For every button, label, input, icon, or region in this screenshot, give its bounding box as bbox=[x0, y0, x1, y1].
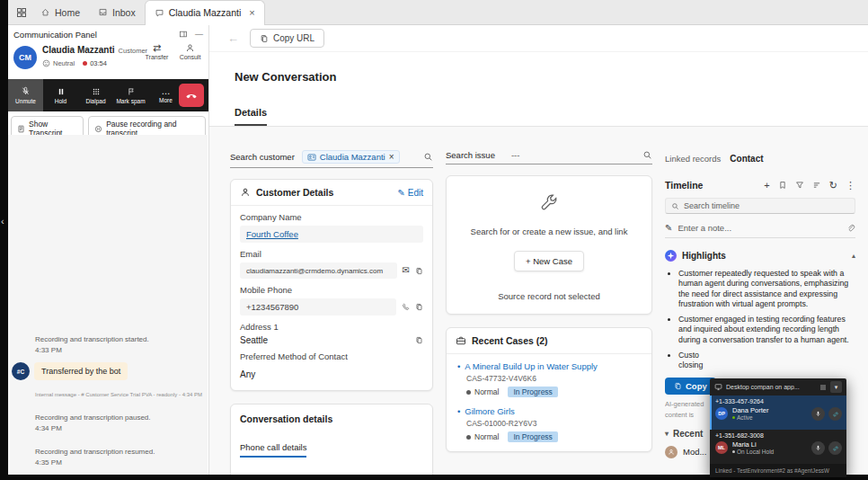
app-icon[interactable] bbox=[16, 7, 27, 18]
close-tab-icon[interactable]: × bbox=[249, 7, 254, 18]
copy-icon bbox=[260, 34, 269, 43]
dialpad-icon bbox=[92, 87, 101, 96]
bullet-icon: • bbox=[457, 406, 460, 416]
attachment-icon[interactable] bbox=[846, 224, 855, 233]
bot-message: #C Transferred by the bot bbox=[12, 362, 128, 380]
note-input[interactable]: ✎ Enter a note... bbox=[665, 223, 855, 238]
new-case-button[interactable]: + New Case bbox=[514, 251, 584, 271]
refresh-icon[interactable]: ↻ bbox=[829, 181, 837, 191]
search-timeline-input[interactable]: Search timeline bbox=[665, 198, 855, 214]
call-timer: 03:54 bbox=[90, 59, 107, 67]
end-call-button[interactable] bbox=[179, 84, 204, 107]
avatar bbox=[665, 446, 678, 458]
companion-call-item[interactable]: +1-333-457-9264 DP Dana Porter Active bbox=[710, 396, 846, 430]
unmute-label: Unmute bbox=[15, 98, 36, 104]
chevron-up-icon[interactable]: ▴ bbox=[852, 252, 855, 260]
call-status: On Local Hold bbox=[737, 449, 774, 455]
tab-details[interactable]: Details bbox=[235, 107, 267, 126]
copilot-icon bbox=[665, 250, 677, 262]
sort-icon[interactable] bbox=[812, 181, 821, 190]
page-title: New Conversation bbox=[235, 70, 868, 84]
edit-label: Edit bbox=[408, 188, 423, 198]
mark-spam-button[interactable]: Mark spam bbox=[113, 79, 148, 111]
case-link[interactable]: • A Mineral Build Up in Water Supply bbox=[457, 361, 641, 371]
copy-email-icon[interactable] bbox=[415, 267, 423, 275]
contact-card-icon bbox=[307, 153, 316, 162]
system-message: Recording and transcription started. 4:3… bbox=[35, 334, 149, 356]
bookmark-icon[interactable] bbox=[778, 181, 787, 190]
email-icon[interactable]: ✉ bbox=[403, 266, 410, 275]
search-issue-value: --- bbox=[511, 150, 520, 160]
link-call-button[interactable] bbox=[828, 441, 842, 455]
companion-call-item[interactable]: +1-351-682-3008 ML Maria Li On Local Hol… bbox=[710, 430, 846, 464]
system-message: Recording and transcription resumed. 4:3… bbox=[35, 447, 155, 468]
linked-records-value[interactable]: Contact bbox=[730, 154, 763, 164]
copy-label: Copy bbox=[686, 381, 707, 391]
remove-chip-icon[interactable]: × bbox=[389, 152, 394, 162]
highlights-header[interactable]: Highlights ▴ bbox=[665, 250, 855, 262]
tab-phone-call-details[interactable]: Phone call details bbox=[240, 442, 306, 458]
priority-dot bbox=[466, 435, 471, 440]
copy-highlights-button[interactable]: Copy bbox=[665, 378, 716, 395]
tab-home[interactable]: Home bbox=[31, 0, 89, 25]
back-icon[interactable]: ← bbox=[227, 31, 239, 45]
phone-icon[interactable] bbox=[402, 303, 410, 311]
customer-details-card: Customer Details ✎ Edit Company Name Fou… bbox=[230, 179, 433, 391]
mic-off-icon bbox=[21, 86, 31, 96]
mobile-phone-value[interactable]: +1234567890 bbox=[240, 298, 396, 316]
search-customer-field[interactable]: Search customer Claudia Mazzanti × bbox=[230, 150, 433, 168]
case-number: CAS-01000-R2Y6V3 bbox=[466, 419, 641, 428]
timeline-entry-label: Mod... bbox=[683, 447, 706, 457]
bullet-icon: • bbox=[457, 361, 460, 371]
copy-url-button[interactable]: Copy URL bbox=[250, 29, 324, 48]
dialpad-button[interactable]: Dialpad bbox=[78, 79, 113, 111]
call-number: +1-351-682-3008 bbox=[715, 432, 841, 439]
case-list-item: • A Mineral Build Up in Water Supply CAS… bbox=[447, 354, 651, 399]
recent-cases-title: Recent Cases (2) bbox=[472, 335, 642, 346]
dialpad-icon[interactable] bbox=[819, 384, 827, 391]
consult-label: Consult bbox=[180, 54, 201, 60]
customer-details-title: Customer Details bbox=[256, 187, 392, 198]
minimize-icon[interactable]: — bbox=[195, 30, 203, 39]
company-name-link[interactable]: Fourth Coffee bbox=[246, 229, 298, 239]
search-issue-label: Search issue bbox=[446, 150, 495, 160]
tab-conversation[interactable]: Claudia Mazzanti × bbox=[145, 0, 265, 25]
mute-call-button[interactable] bbox=[811, 441, 825, 455]
tab-inbox[interactable]: Inbox bbox=[89, 0, 145, 25]
unmute-button[interactable]: Unmute bbox=[8, 79, 43, 111]
search-icon[interactable] bbox=[642, 150, 652, 160]
filter-icon[interactable] bbox=[795, 181, 804, 190]
dock-panel-icon[interactable] bbox=[179, 30, 188, 39]
highlights-list: Customer repeatedly requested to speak w… bbox=[665, 269, 855, 370]
link-call-button[interactable] bbox=[828, 407, 842, 421]
expand-rail-icon[interactable]: ‹ bbox=[1, 216, 4, 227]
consult-button[interactable]: Consult bbox=[173, 43, 207, 60]
transfer-button[interactable]: ⇄ Transfer bbox=[140, 43, 173, 60]
issue-empty-text: Search for or create a new issue, and li… bbox=[457, 227, 641, 236]
flag-icon bbox=[127, 87, 136, 96]
copy-phone-icon[interactable] bbox=[415, 303, 423, 311]
add-record-icon[interactable]: + bbox=[764, 181, 769, 191]
copy-address-icon[interactable] bbox=[415, 336, 423, 344]
customer-chip[interactable]: Claudia Mazzanti × bbox=[302, 150, 400, 164]
desktop-companion-overlay: Desktop compan on app... ▾ +1-333-457-92… bbox=[710, 378, 846, 477]
transcript-area[interactable]: Recording and transcription started. 4:3… bbox=[8, 135, 208, 475]
more-options-icon[interactable]: ⋮ bbox=[846, 181, 855, 191]
call-status: Active bbox=[737, 414, 753, 421]
consult-icon bbox=[185, 43, 195, 53]
pause-icon bbox=[57, 87, 66, 96]
edit-button[interactable]: ✎ Edit bbox=[397, 188, 423, 198]
case-link[interactable]: • Gilmore Girls bbox=[457, 406, 641, 416]
mute-call-button[interactable] bbox=[811, 407, 825, 421]
search-issue-field[interactable]: Search issue --- bbox=[446, 150, 652, 164]
transcript-icon bbox=[17, 125, 25, 133]
hold-button[interactable]: Hold bbox=[43, 79, 78, 111]
search-icon[interactable] bbox=[423, 152, 433, 162]
email-value[interactable]: claudiamazzanti@crmdemo.dynamics.com bbox=[240, 262, 397, 279]
preferred-method-label: Preferred Method of Contact bbox=[240, 351, 423, 361]
copy-url-label: Copy URL bbox=[273, 33, 314, 43]
customer-summary: CM Claudia Mazzanti Customer Neutral 03:… bbox=[8, 41, 208, 79]
note-placeholder: Enter a note... bbox=[678, 223, 731, 233]
collapse-companion-button[interactable]: ▾ bbox=[830, 381, 842, 393]
transfer-label: Transfer bbox=[146, 54, 169, 60]
